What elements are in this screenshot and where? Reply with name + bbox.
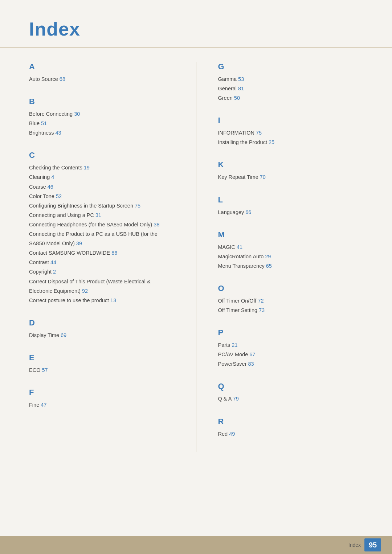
- item-text: Q & A: [218, 396, 232, 402]
- left-column: AAuto Source 68BBefore Connecting 30Blue…: [29, 62, 196, 452]
- item-text: Languagey: [218, 209, 244, 215]
- index-section: MMAGIC 41MagicRotation Auto 29Menu Trans…: [218, 230, 363, 271]
- item-text: Coarse: [29, 184, 46, 190]
- index-section: DDisplay Time 69: [29, 318, 174, 340]
- list-item: Off Timer Setting 73: [218, 305, 363, 315]
- section-letter: K: [218, 160, 363, 169]
- page-number: 69: [59, 332, 66, 338]
- page-number: 21: [230, 342, 237, 348]
- page-footer: Index 95: [0, 536, 392, 554]
- item-text: Correct Disposal of This Product (Waste …: [29, 279, 150, 294]
- list-item: Configuring Brightness in the Startup Sc…: [29, 201, 174, 210]
- page-number: 70: [258, 174, 266, 180]
- page-number: 49: [228, 431, 235, 437]
- section-letter: M: [218, 230, 363, 239]
- page-number: 75: [254, 130, 262, 136]
- section-items-list: Gamma 53General 81Green 50: [218, 74, 363, 103]
- page-number: 13: [109, 297, 116, 303]
- item-text: Connecting and Using a PC: [29, 212, 94, 218]
- list-item: Brightness 43: [29, 128, 174, 138]
- section-items-list: Before Connecting 30Blue 51Brightness 43: [29, 109, 174, 138]
- item-text: Red: [218, 431, 228, 437]
- list-item: Gamma 53: [218, 74, 363, 84]
- page-number: 86: [110, 250, 117, 256]
- section-letter: A: [29, 62, 174, 71]
- section-letter: C: [29, 151, 174, 160]
- index-section: RRed 49: [218, 417, 363, 439]
- list-item: Menu Transparency 65: [218, 261, 363, 271]
- item-text: Copyright: [29, 269, 52, 275]
- list-item: Green 50: [218, 93, 363, 103]
- page-number: 4: [50, 174, 54, 180]
- list-item: Cleaning 4: [29, 172, 174, 182]
- page-number: 83: [246, 361, 254, 367]
- item-text: Color Tone: [29, 193, 54, 199]
- section-letter: R: [218, 417, 363, 426]
- list-item: Installing the Product 25: [218, 138, 363, 147]
- section-letter: D: [29, 318, 174, 328]
- section-items-list: Languagey 66: [218, 208, 363, 217]
- item-text: Blue: [29, 120, 40, 126]
- index-section: EECO 57: [29, 353, 174, 375]
- section-letter: Q: [218, 382, 363, 391]
- page-number: 25: [267, 139, 274, 145]
- item-text: PC/AV Mode: [218, 352, 248, 357]
- page-number: 46: [46, 184, 53, 190]
- item-text: Contact SAMSUNG WORLDWIDE: [29, 250, 110, 256]
- page-number: 31: [94, 212, 101, 218]
- page-number: 39: [75, 241, 82, 246]
- section-items-list: Auto Source 68: [29, 74, 174, 84]
- item-text: MAGIC: [218, 244, 236, 250]
- list-item: Q & A 79: [218, 394, 363, 403]
- item-text: PowerSaver: [218, 361, 247, 367]
- section-items-list: Key Repeat Time 70: [218, 172, 363, 182]
- section-letter: O: [218, 284, 363, 293]
- index-section: QQ & A 79: [218, 382, 363, 403]
- section-items-list: MAGIC 41MagicRotation Auto 29Menu Transp…: [218, 242, 363, 271]
- item-text: Checking the Contents: [29, 165, 82, 171]
- page-number: 68: [58, 76, 65, 82]
- item-text: Off Timer On/Off: [218, 298, 257, 304]
- right-column: GGamma 53General 81Green 50IINFORMATION …: [196, 62, 363, 452]
- list-item: INFORMATION 75: [218, 128, 363, 138]
- page-title: Index: [29, 18, 363, 40]
- footer-page-number: 95: [364, 538, 381, 551]
- section-items-list: Q & A 79: [218, 394, 363, 403]
- item-text: Cleaning: [29, 174, 50, 180]
- item-text: Menu Transparency: [218, 263, 265, 269]
- page-number: 65: [265, 263, 272, 269]
- section-items-list: Parts 21PC/AV Mode 67PowerSaver 83: [218, 340, 363, 369]
- page-number: 41: [235, 244, 242, 250]
- list-item: Contact SAMSUNG WORLDWIDE 86: [29, 248, 174, 258]
- section-letter: L: [218, 195, 363, 205]
- index-section: IINFORMATION 75Installing the Product 25: [218, 116, 363, 147]
- section-items-list: Fine 47: [29, 400, 174, 410]
- page-number: 72: [256, 298, 264, 304]
- list-item: Fine 47: [29, 400, 174, 410]
- list-item: Checking the Contents 19: [29, 163, 174, 172]
- item-text: INFORMATION: [218, 130, 254, 136]
- item-text: Gamma: [218, 76, 237, 82]
- section-letter: P: [218, 328, 363, 337]
- list-item: Correct Disposal of This Product (Waste …: [29, 277, 174, 296]
- page-number: 38: [152, 222, 159, 227]
- list-item: Languagey 66: [218, 208, 363, 217]
- page-number: 79: [232, 396, 239, 402]
- list-item: ECO 57: [29, 365, 174, 375]
- list-item: MagicRotation Auto 29: [218, 252, 363, 261]
- page-number: 50: [233, 95, 240, 101]
- section-items-list: Red 49: [218, 429, 363, 439]
- section-items-list: Checking the Contents 19Cleaning 4Coarse…: [29, 163, 174, 305]
- section-letter: F: [29, 388, 174, 397]
- item-text: Green: [218, 95, 233, 101]
- page-number: 66: [244, 209, 251, 215]
- section-letter: B: [29, 97, 174, 106]
- item-text: Parts: [218, 342, 230, 348]
- page-number: 53: [237, 76, 244, 82]
- list-item: General 81: [218, 84, 363, 93]
- list-item: MAGIC 41: [218, 242, 363, 252]
- item-text: Connecting the Product to a PC as a USB …: [29, 231, 158, 246]
- item-text: Fine: [29, 402, 39, 408]
- index-section: GGamma 53General 81Green 50: [218, 62, 363, 103]
- content-area: AAuto Source 68BBefore Connecting 30Blue…: [0, 51, 392, 481]
